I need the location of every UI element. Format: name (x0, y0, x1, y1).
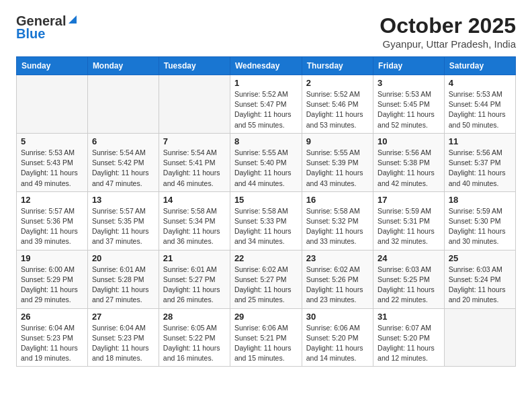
day-header-friday: Friday (373, 57, 445, 75)
cell-date-number: 12 (21, 195, 83, 205)
cell-daylight-info: Sunrise: 6:05 AM Sunset: 5:22 PM Dayligh… (163, 323, 226, 364)
cell-daylight-info: Sunrise: 6:00 AM Sunset: 5:29 PM Dayligh… (21, 265, 83, 306)
logo: General Blue (16, 13, 78, 42)
cell-date-number: 17 (378, 195, 440, 205)
cell-daylight-info: Sunrise: 5:56 AM Sunset: 5:37 PM Dayligh… (449, 148, 511, 189)
cell-daylight-info: Sunrise: 5:53 AM Sunset: 5:43 PM Dayligh… (21, 148, 83, 189)
cell-date-number: 31 (378, 312, 440, 322)
calendar-cell: 25Sunrise: 6:03 AM Sunset: 5:24 PM Dayli… (444, 250, 515, 308)
calendar-cell: 18Sunrise: 5:59 AM Sunset: 5:30 PM Dayli… (444, 191, 515, 250)
calendar-header-row: SundayMondayTuesdayWednesdayThursdayFrid… (17, 57, 516, 75)
calendar-cell: 28Sunrise: 6:05 AM Sunset: 5:22 PM Dayli… (159, 308, 230, 367)
cell-daylight-info: Sunrise: 6:02 AM Sunset: 5:27 PM Dayligh… (234, 265, 298, 306)
day-header-sunday: Sunday (17, 57, 88, 75)
cell-daylight-info: Sunrise: 6:04 AM Sunset: 5:23 PM Dayligh… (92, 323, 154, 364)
cell-date-number: 28 (163, 312, 226, 322)
day-header-thursday: Thursday (302, 57, 373, 75)
calendar-cell: 7Sunrise: 5:54 AM Sunset: 5:41 PM Daylig… (159, 133, 230, 191)
cell-date-number: 15 (234, 195, 298, 205)
cell-daylight-info: Sunrise: 5:54 AM Sunset: 5:42 PM Dayligh… (92, 148, 154, 189)
calendar-cell: 17Sunrise: 5:59 AM Sunset: 5:31 PM Dayli… (373, 191, 445, 250)
cell-date-number: 9 (306, 136, 369, 146)
calendar-week-row: 19Sunrise: 6:00 AM Sunset: 5:29 PM Dayli… (17, 250, 516, 308)
cell-date-number: 3 (378, 78, 440, 88)
calendar-cell (159, 75, 230, 134)
calendar-cell: 9Sunrise: 5:55 AM Sunset: 5:39 PM Daylig… (302, 133, 373, 191)
cell-daylight-info: Sunrise: 5:52 AM Sunset: 5:46 PM Dayligh… (306, 89, 369, 130)
cell-daylight-info: Sunrise: 5:53 AM Sunset: 5:45 PM Dayligh… (378, 89, 440, 130)
calendar-cell: 5Sunrise: 5:53 AM Sunset: 5:43 PM Daylig… (17, 133, 88, 191)
cell-date-number: 26 (21, 312, 83, 322)
cell-daylight-info: Sunrise: 5:54 AM Sunset: 5:41 PM Dayligh… (163, 148, 226, 189)
calendar-cell: 11Sunrise: 5:56 AM Sunset: 5:37 PM Dayli… (444, 133, 515, 191)
calendar-week-row: 12Sunrise: 5:57 AM Sunset: 5:36 PM Dayli… (17, 191, 516, 250)
cell-date-number: 23 (306, 253, 369, 263)
title-area: October 2025 Gyanpur, Uttar Pradesh, Ind… (380, 13, 516, 50)
day-header-saturday: Saturday (444, 57, 515, 75)
cell-date-number: 29 (234, 312, 298, 322)
calendar-cell: 23Sunrise: 6:02 AM Sunset: 5:26 PM Dayli… (302, 250, 373, 308)
cell-date-number: 4 (449, 78, 511, 88)
cell-date-number: 5 (21, 136, 83, 146)
logo-blue: Blue (16, 26, 45, 42)
cell-date-number: 13 (92, 195, 154, 205)
location-subtitle: Gyanpur, Uttar Pradesh, India (380, 38, 516, 50)
cell-date-number: 19 (21, 253, 83, 263)
cell-date-number: 21 (163, 253, 226, 263)
calendar-cell: 12Sunrise: 5:57 AM Sunset: 5:36 PM Dayli… (17, 191, 88, 250)
cell-daylight-info: Sunrise: 5:56 AM Sunset: 5:38 PM Dayligh… (378, 148, 440, 189)
cell-daylight-info: Sunrise: 6:03 AM Sunset: 5:25 PM Dayligh… (378, 265, 440, 306)
calendar-cell: 21Sunrise: 6:01 AM Sunset: 5:27 PM Dayli… (159, 250, 230, 308)
calendar-cell: 2Sunrise: 5:52 AM Sunset: 5:46 PM Daylig… (302, 75, 373, 134)
cell-daylight-info: Sunrise: 6:01 AM Sunset: 5:27 PM Dayligh… (163, 265, 226, 306)
cell-daylight-info: Sunrise: 6:04 AM Sunset: 5:23 PM Dayligh… (21, 323, 83, 364)
calendar-cell: 14Sunrise: 5:58 AM Sunset: 5:34 PM Dayli… (159, 191, 230, 250)
calendar-cell: 6Sunrise: 5:54 AM Sunset: 5:42 PM Daylig… (87, 133, 159, 191)
cell-date-number: 24 (378, 253, 440, 263)
calendar-cell: 22Sunrise: 6:02 AM Sunset: 5:27 PM Dayli… (230, 250, 302, 308)
calendar-cell (444, 308, 515, 367)
cell-daylight-info: Sunrise: 6:02 AM Sunset: 5:26 PM Dayligh… (306, 265, 369, 306)
cell-date-number: 7 (163, 136, 226, 146)
calendar-week-row: 1Sunrise: 5:52 AM Sunset: 5:47 PM Daylig… (17, 75, 516, 134)
cell-date-number: 16 (306, 195, 369, 205)
cell-daylight-info: Sunrise: 6:07 AM Sunset: 5:20 PM Dayligh… (378, 323, 440, 364)
cell-daylight-info: Sunrise: 5:59 AM Sunset: 5:31 PM Dayligh… (378, 206, 440, 247)
calendar-cell: 8Sunrise: 5:55 AM Sunset: 5:40 PM Daylig… (230, 133, 302, 191)
cell-daylight-info: Sunrise: 5:58 AM Sunset: 5:34 PM Dayligh… (163, 206, 226, 247)
cell-date-number: 25 (449, 253, 511, 263)
calendar-cell: 13Sunrise: 5:57 AM Sunset: 5:35 PM Dayli… (87, 191, 159, 250)
svg-marker-0 (69, 15, 77, 24)
calendar-cell: 19Sunrise: 6:00 AM Sunset: 5:29 PM Dayli… (17, 250, 88, 308)
cell-date-number: 14 (163, 195, 226, 205)
calendar-cell: 15Sunrise: 5:58 AM Sunset: 5:33 PM Dayli… (230, 191, 302, 250)
cell-daylight-info: Sunrise: 5:55 AM Sunset: 5:40 PM Dayligh… (234, 148, 298, 189)
calendar-cell: 29Sunrise: 6:06 AM Sunset: 5:21 PM Dayli… (230, 308, 302, 367)
calendar-cell: 31Sunrise: 6:07 AM Sunset: 5:20 PM Dayli… (373, 308, 445, 367)
calendar-week-row: 26Sunrise: 6:04 AM Sunset: 5:23 PM Dayli… (17, 308, 516, 367)
calendar-cell (87, 75, 159, 134)
page-header: General Blue October 2025 Gyanpur, Uttar… (16, 13, 516, 50)
calendar-cell: 20Sunrise: 6:01 AM Sunset: 5:28 PM Dayli… (87, 250, 159, 308)
cell-daylight-info: Sunrise: 5:55 AM Sunset: 5:39 PM Dayligh… (306, 148, 369, 189)
calendar-cell: 4Sunrise: 5:53 AM Sunset: 5:44 PM Daylig… (444, 75, 515, 134)
calendar-cell: 3Sunrise: 5:53 AM Sunset: 5:45 PM Daylig… (373, 75, 445, 134)
cell-daylight-info: Sunrise: 5:58 AM Sunset: 5:32 PM Dayligh… (306, 206, 369, 247)
cell-date-number: 20 (92, 253, 154, 263)
cell-daylight-info: Sunrise: 6:06 AM Sunset: 5:21 PM Dayligh… (234, 323, 298, 364)
cell-daylight-info: Sunrise: 6:01 AM Sunset: 5:28 PM Dayligh… (92, 265, 154, 306)
cell-daylight-info: Sunrise: 5:58 AM Sunset: 5:33 PM Dayligh… (234, 206, 298, 247)
calendar-cell: 16Sunrise: 5:58 AM Sunset: 5:32 PM Dayli… (302, 191, 373, 250)
calendar-cell: 24Sunrise: 6:03 AM Sunset: 5:25 PM Dayli… (373, 250, 445, 308)
calendar-table: SundayMondayTuesdayWednesdayThursdayFrid… (16, 56, 516, 367)
calendar-cell (17, 75, 88, 134)
cell-date-number: 2 (306, 78, 369, 88)
cell-date-number: 27 (92, 312, 154, 322)
cell-daylight-info: Sunrise: 5:52 AM Sunset: 5:47 PM Dayligh… (234, 89, 298, 130)
cell-date-number: 10 (378, 136, 440, 146)
calendar-cell: 30Sunrise: 6:06 AM Sunset: 5:20 PM Dayli… (302, 308, 373, 367)
calendar-week-row: 5Sunrise: 5:53 AM Sunset: 5:43 PM Daylig… (17, 133, 516, 191)
cell-daylight-info: Sunrise: 6:03 AM Sunset: 5:24 PM Dayligh… (449, 265, 511, 306)
calendar-cell: 1Sunrise: 5:52 AM Sunset: 5:47 PM Daylig… (230, 75, 302, 134)
calendar-cell: 26Sunrise: 6:04 AM Sunset: 5:23 PM Dayli… (17, 308, 88, 367)
